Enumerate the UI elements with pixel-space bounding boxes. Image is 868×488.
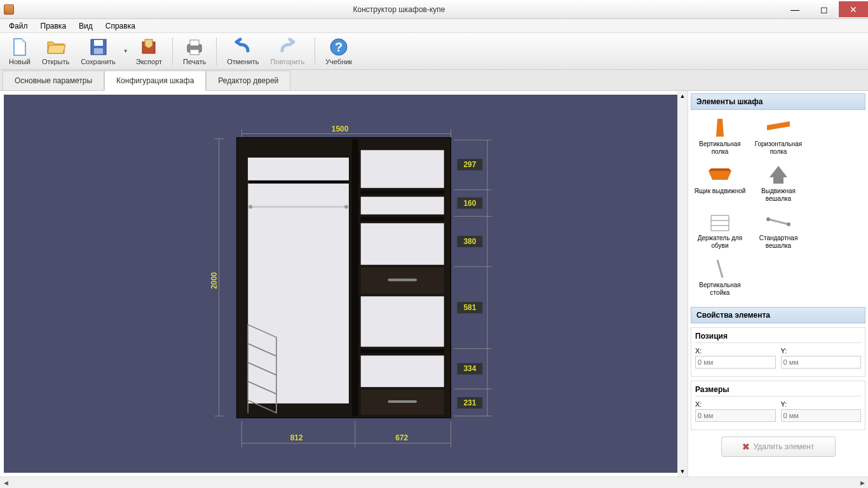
- dimensions-title: Размеры: [695, 385, 861, 396]
- menu-view[interactable]: Вид: [72, 20, 99, 32]
- svg-line-73: [717, 260, 722, 278]
- delete-element-button[interactable]: ✖ Удалить элемент: [721, 437, 836, 457]
- svg-rect-27: [361, 150, 444, 188]
- export-button[interactable]: Экспорт: [131, 34, 167, 69]
- props-header: Свойства элемента: [691, 307, 865, 323]
- svg-rect-26: [352, 140, 358, 416]
- y-label: Y:: [781, 347, 862, 355]
- delete-label: Удалить элемент: [754, 442, 815, 451]
- close-button[interactable]: ✕: [839, 1, 868, 17]
- toolbar-separator: [216, 37, 217, 65]
- tab-doors[interactable]: Редактор дверей: [206, 71, 290, 90]
- canvas[interactable]: 1500 2000: [4, 95, 684, 473]
- toolbar-separator: [172, 37, 173, 65]
- side-panel: Элементы шкафа Вертикальная полка Горизо…: [688, 91, 868, 477]
- save-dropdown-arrow[interactable]: ▼: [122, 48, 130, 54]
- x-label: X:: [695, 347, 776, 355]
- svg-line-70: [768, 219, 789, 224]
- redo-button[interactable]: Повторить: [265, 34, 309, 69]
- svg-point-23: [344, 205, 348, 209]
- help-icon: ?: [329, 37, 349, 57]
- menu-file[interactable]: Файл: [3, 20, 34, 32]
- hanger-icon: [764, 163, 792, 186]
- rod-icon: [764, 210, 792, 233]
- tutorial-button[interactable]: ? Учебник: [320, 34, 357, 69]
- svg-rect-38: [388, 400, 417, 403]
- svg-rect-36: [361, 356, 444, 388]
- redo-icon: [277, 37, 297, 57]
- svg-rect-6: [190, 50, 199, 55]
- horizontal-scrollbar[interactable]: ◀ ▶: [0, 477, 868, 488]
- svg-point-72: [787, 222, 790, 226]
- scroll-left-icon[interactable]: ◀: [0, 477, 11, 489]
- menu-edit[interactable]: Правка: [34, 20, 73, 32]
- print-icon: [184, 37, 205, 57]
- svg-text:2000: 2000: [210, 272, 219, 289]
- position-x-input[interactable]: [695, 356, 776, 369]
- print-button[interactable]: Печать: [178, 34, 211, 69]
- menu-help[interactable]: Справка: [99, 20, 142, 32]
- element-pullout-hanger[interactable]: Выдвижная вешалка: [749, 159, 808, 207]
- scroll-down-icon[interactable]: ▼: [677, 466, 688, 477]
- svg-text:?: ?: [335, 40, 342, 54]
- post-icon: [706, 257, 734, 280]
- vertical-scrollbar[interactable]: ▲ ▼: [677, 91, 688, 477]
- save-button[interactable]: Сохранить: [76, 34, 121, 69]
- svg-rect-29: [361, 197, 444, 215]
- svg-text:581: 581: [463, 303, 476, 312]
- titlebar: Конструктор шкафов-купе — ◻ ✕: [0, 0, 868, 19]
- dim-y-input[interactable]: [781, 409, 862, 422]
- scroll-right-icon[interactable]: ▶: [857, 477, 868, 489]
- export-icon: [139, 37, 159, 57]
- svg-rect-1: [94, 40, 103, 46]
- svg-point-71: [766, 217, 770, 221]
- element-vertical-shelf[interactable]: Вертикальная полка: [691, 112, 749, 159]
- svg-rect-31: [361, 223, 444, 264]
- vertical-shelf-icon: [706, 116, 734, 139]
- open-folder-icon: [46, 37, 66, 57]
- svg-text:160: 160: [463, 199, 476, 208]
- open-button[interactable]: Открыть: [37, 34, 74, 69]
- elements-header: Элементы шкафа: [691, 93, 865, 110]
- svg-text:297: 297: [463, 160, 476, 169]
- svg-rect-18: [248, 158, 349, 403]
- svg-text:812: 812: [290, 433, 303, 442]
- element-drawer[interactable]: Ящик выдвижной: [691, 159, 749, 207]
- svg-point-22: [248, 205, 252, 209]
- svg-text:1500: 1500: [332, 125, 349, 133]
- svg-text:380: 380: [463, 237, 476, 246]
- menubar: Файл Правка Вид Справка: [0, 19, 868, 33]
- svg-rect-20: [248, 158, 349, 180]
- canvas-wrap: 1500 2000: [0, 91, 688, 477]
- undo-button[interactable]: Отменить: [222, 34, 264, 69]
- save-icon: [88, 37, 109, 57]
- dim-x-label: X:: [695, 400, 776, 408]
- svg-rect-2: [94, 48, 103, 54]
- position-section: Позиция X: Y:: [691, 327, 865, 377]
- svg-text:231: 231: [463, 398, 476, 407]
- element-horizontal-shelf[interactable]: Горизонтальная полка: [749, 112, 808, 159]
- drawer-icon: [706, 163, 734, 186]
- element-shoe-rack[interactable]: Держатель для обуви: [691, 207, 749, 254]
- position-y-input[interactable]: [781, 356, 862, 369]
- svg-rect-5: [190, 40, 199, 46]
- new-button[interactable]: Новый: [4, 34, 36, 69]
- toolbar-separator: [315, 37, 315, 65]
- dim-x-input[interactable]: [695, 409, 776, 422]
- scroll-up-icon[interactable]: ▲: [677, 91, 688, 101]
- maximize-button[interactable]: ◻: [810, 1, 839, 17]
- tab-config[interactable]: Конфигурация шкафа: [104, 71, 206, 91]
- delete-x-icon: ✖: [742, 442, 750, 452]
- dim-y-label: Y:: [781, 400, 862, 408]
- position-title: Позиция: [695, 332, 861, 343]
- svg-rect-34: [361, 296, 444, 346]
- elements-grid: Вертикальная полка Горизонтальная полка …: [691, 110, 865, 303]
- minimize-button[interactable]: —: [780, 1, 810, 17]
- element-standard-hanger[interactable]: Стандартная вешалка: [749, 207, 808, 254]
- element-vertical-post[interactable]: Вертикальная стойка: [691, 254, 749, 301]
- toolbar: Новый Открыть Сохранить ▼ Экспорт Печать…: [0, 33, 868, 70]
- svg-rect-35: [361, 349, 444, 353]
- shoe-rack-icon: [706, 210, 734, 233]
- tab-params[interactable]: Основные параметры: [3, 71, 104, 90]
- svg-text:334: 334: [463, 364, 476, 373]
